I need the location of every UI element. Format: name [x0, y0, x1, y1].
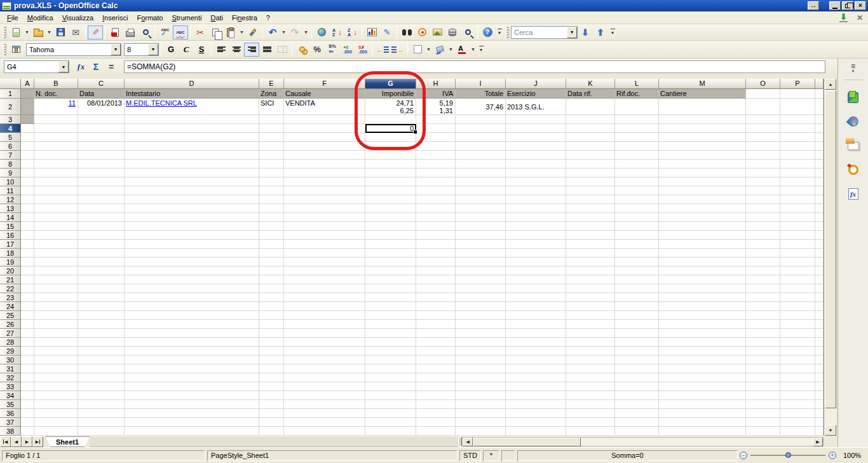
cell-I35[interactable] [456, 400, 506, 409]
cell-E24[interactable] [259, 302, 284, 311]
print-button[interactable] [123, 25, 138, 39]
cell-I26[interactable] [456, 320, 506, 329]
sort-descending-button[interactable]: ↓ [344, 25, 360, 39]
cell-P2[interactable] [780, 99, 815, 115]
cell-G26[interactable] [365, 320, 416, 329]
row-header-18[interactable]: 18 [0, 249, 21, 258]
find-next-button[interactable]: ⬇ [578, 25, 593, 39]
cell-M20[interactable] [659, 266, 746, 275]
cell-M35[interactable] [659, 400, 746, 409]
first-sheet-button[interactable]: ◀ [0, 436, 11, 447]
column-header-I[interactable]: I [456, 79, 506, 89]
cell-J29[interactable] [506, 347, 566, 356]
cell-D35[interactable] [125, 400, 259, 409]
vertical-scroll-thumb[interactable] [825, 90, 836, 408]
cell-K14[interactable] [566, 213, 615, 222]
cell-B28[interactable] [34, 338, 78, 347]
cell-M2[interactable] [659, 99, 746, 115]
cell-D26[interactable] [125, 320, 259, 329]
hyperlink-button[interactable] [314, 25, 329, 39]
cell-L20[interactable] [615, 266, 659, 275]
cell-O25[interactable] [746, 311, 780, 320]
cell-H10[interactable] [416, 177, 456, 186]
cell-I8[interactable] [456, 160, 506, 169]
cell-G32[interactable] [365, 373, 416, 382]
zoom-in-icon[interactable]: + [829, 452, 836, 459]
cell-C37[interactable] [78, 418, 125, 427]
cell-I5[interactable] [456, 133, 506, 142]
cell-L33[interactable] [615, 382, 659, 391]
cell-G3[interactable] [365, 115, 416, 124]
cell-D12[interactable] [125, 195, 259, 204]
cell-F33[interactable] [284, 382, 365, 391]
cell-G7[interactable] [365, 151, 416, 160]
cell-partial-15[interactable] [815, 222, 824, 231]
cell-J5[interactable] [506, 133, 566, 142]
cell-B2[interactable]: 11 [34, 99, 78, 115]
cell-A20[interactable] [21, 266, 34, 275]
cell-O22[interactable] [746, 284, 780, 293]
restore-button[interactable] [842, 1, 853, 10]
cell-L19[interactable] [615, 258, 659, 266]
cell-I4[interactable] [456, 124, 506, 133]
cell-L9[interactable] [615, 169, 659, 177]
cell-H24[interactable] [416, 302, 456, 311]
menu-help[interactable]: ? [262, 13, 275, 23]
cell-D19[interactable] [125, 258, 259, 266]
cell-L29[interactable] [615, 347, 659, 356]
cell-H27[interactable] [416, 329, 456, 338]
cell-E35[interactable] [259, 400, 284, 409]
column-header-P[interactable]: P [780, 79, 815, 89]
cell-A1[interactable] [21, 89, 34, 99]
cell-C10[interactable] [78, 177, 125, 186]
row-header-2[interactable]: 2 [0, 99, 21, 115]
formatting-toolbar-overflow[interactable]: ▾ [477, 43, 485, 57]
cell-H22[interactable] [416, 284, 456, 293]
cell-L11[interactable] [615, 186, 659, 195]
cell-partial-19[interactable] [815, 258, 824, 266]
cell-L3[interactable] [615, 115, 659, 124]
find-input[interactable]: Cerca [512, 29, 567, 36]
menu-finestra[interactable]: Finestra [227, 13, 262, 23]
function-button[interactable]: = [104, 60, 119, 74]
cell-E14[interactable] [259, 213, 284, 222]
sheet-tab-active[interactable]: Sheet1 [45, 436, 90, 447]
cell-K35[interactable] [566, 400, 615, 409]
cell-F20[interactable] [284, 266, 365, 275]
cell-P10[interactable] [780, 177, 815, 186]
cell-J25[interactable] [506, 311, 566, 320]
sidebar-tab-functions[interactable]: fx [844, 184, 863, 204]
cell-I9[interactable] [456, 169, 506, 177]
cell-L24[interactable] [615, 302, 659, 311]
cell-P29[interactable] [780, 347, 815, 356]
row-header-20[interactable]: 20 [0, 266, 21, 275]
cell-G33[interactable] [365, 382, 416, 391]
last-sheet-button[interactable]: ▶ [32, 436, 43, 447]
cell-E31[interactable] [259, 364, 284, 373]
row-header-36[interactable]: 36 [0, 409, 21, 418]
cell-L12[interactable] [615, 195, 659, 204]
cell-F3[interactable] [284, 115, 365, 124]
cell-partial-5[interactable] [815, 133, 824, 142]
cell-I19[interactable] [456, 258, 506, 266]
cell-P38[interactable] [780, 427, 815, 436]
cell-C6[interactable] [78, 142, 125, 151]
cell-C3[interactable] [78, 115, 125, 124]
cell-M27[interactable] [659, 329, 746, 338]
cell-H16[interactable] [416, 231, 456, 240]
cell-I33[interactable] [456, 382, 506, 391]
cell-partial-6[interactable] [815, 142, 824, 151]
spellcheck-button[interactable]: ABC [158, 25, 173, 39]
cell-D34[interactable] [125, 391, 259, 400]
row-header-5[interactable]: 5 [0, 133, 21, 142]
cell-F14[interactable] [284, 213, 365, 222]
cell-C8[interactable] [78, 160, 125, 169]
row-header-26[interactable]: 26 [0, 320, 21, 329]
sidebar-tab-navigator[interactable] [844, 160, 863, 179]
cell-L26[interactable] [615, 320, 659, 329]
menu-strumenti[interactable]: Strumenti [167, 13, 206, 23]
cut-button[interactable]: ✂ [193, 25, 208, 39]
cell-O37[interactable] [746, 418, 780, 427]
help-button[interactable]: ? [480, 25, 495, 39]
cell-O3[interactable] [746, 115, 780, 124]
